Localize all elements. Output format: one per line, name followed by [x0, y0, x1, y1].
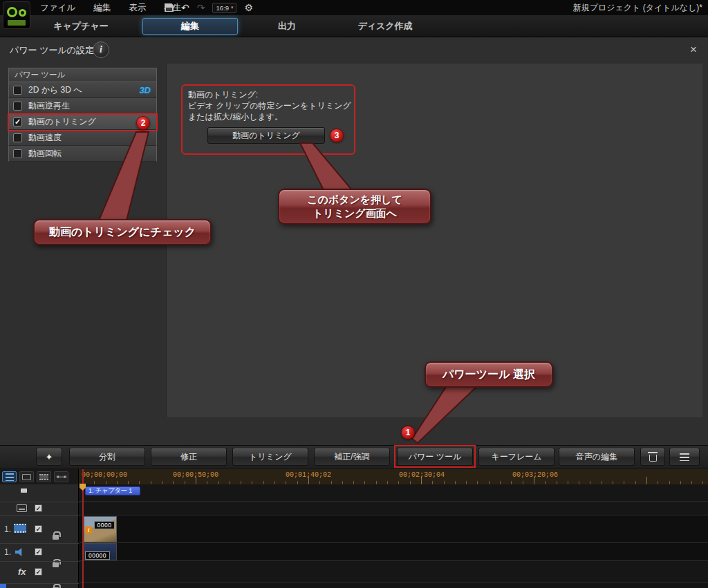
step-badge-2: 2 — [136, 116, 150, 130]
chapter-marker[interactable]: 1. チャプター 1 — [85, 486, 140, 495]
list-item-crop[interactable]: 動画のトリミング — [8, 114, 157, 130]
storyboard-view-icon[interactable] — [19, 471, 34, 482]
filmstrip-icon — [39, 474, 48, 480]
subtitle-track-icon — [17, 504, 27, 512]
crop-detail-annotation-box: 動画のトリミング: ビデオ クリップの特定シーンをトリミングまたは拡大/縮小しま… — [181, 84, 355, 155]
video-track-lock-icon[interactable] — [53, 535, 59, 540]
menu-edit[interactable]: 編集 — [93, 2, 111, 14]
audio-clip-label: 00000 — [85, 551, 110, 560]
logo-camera-body — [8, 20, 26, 26]
checkbox-reverse[interactable] — [13, 102, 22, 111]
power-tools-button[interactable]: パワー ツール — [397, 448, 473, 466]
callout-toolbar-text: パワーツール 選択 — [442, 368, 535, 382]
callout-button-text-1: このボタンを押して — [307, 193, 402, 207]
audio-edit-button[interactable]: 音声の編集 — [559, 448, 635, 466]
timestamp-1: 00;00;50;00 — [173, 471, 218, 479]
track-manager-button[interactable] — [669, 448, 700, 466]
close-icon[interactable]: × — [686, 42, 701, 57]
keyframe-button[interactable]: キーフレーム — [478, 448, 555, 466]
redo-icon[interactable]: ↷ — [197, 1, 205, 15]
list-item-2d-to-3d[interactable]: 2D から 3D へ 3D — [8, 82, 157, 98]
track-separator — [0, 502, 79, 502]
power-tools-list-header: パワー ツール — [8, 68, 157, 82]
add-clip-icon[interactable] — [37, 471, 51, 482]
timeline-view-icon[interactable] — [2, 471, 17, 482]
subtitle-track-row[interactable] — [79, 502, 708, 515]
list-item-label: 動画のトリミング — [28, 116, 96, 128]
expand-arrows-icon: ⇤⇥ — [57, 473, 66, 480]
aspect-ratio-selector[interactable]: 16:9▾ — [212, 3, 236, 13]
video-track-enable-checkbox[interactable] — [35, 525, 42, 533]
project-title: 新規プロジェクト (タイトルなし)* — [573, 0, 702, 15]
list-item-label: 動画速度 — [28, 132, 62, 144]
audio-track-number: 1. — [4, 547, 11, 557]
crop-detail-text: 動画のトリミング: ビデオ クリップの特定シーンをトリミングまたは拡大/縮小しま… — [188, 89, 351, 122]
fx-track-enable-checkbox[interactable] — [35, 568, 42, 576]
tab-produce[interactable]: 出力 — [249, 15, 325, 37]
app-logo — [3, 1, 30, 29]
video-clip[interactable]: i 0000 — [84, 516, 117, 542]
track-list-icon — [680, 453, 689, 461]
settings-gear-icon[interactable]: ⚙ — [244, 2, 253, 13]
fx-track-row[interactable] — [79, 561, 708, 583]
callout-button-text-2: トリミング画面へ — [313, 207, 397, 220]
scrollbar-fragment[interactable] — [0, 584, 6, 588]
checkbox-2d-to-3d[interactable] — [13, 86, 22, 95]
track-separator — [0, 543, 79, 544]
step-badge-1: 1 — [401, 426, 415, 439]
tab-capture[interactable]: キャプチャー — [43, 15, 119, 37]
audio-track-lock-icon[interactable] — [53, 562, 59, 567]
undo-icon[interactable]: ↶ — [181, 1, 189, 15]
callout-button-bubble: このボタンを押して トリミング画面へ — [278, 189, 431, 225]
logo-reel-small-icon — [19, 9, 26, 17]
logo-reel-icon — [7, 7, 17, 17]
track-separator — [0, 515, 79, 516]
timestamp-0: 00;00;00;00 — [82, 471, 127, 479]
list-item-reverse[interactable]: 動画逆再生 — [8, 98, 157, 114]
3d-badge-icon: 3D — [139, 85, 151, 95]
tab-create-disc[interactable]: ディスク作成 — [344, 15, 426, 37]
timestamp-2: 00;01;40;02 — [286, 471, 331, 479]
callout-toolbar-bubble: パワーツール 選択 — [425, 361, 553, 388]
step-badge-3: 3 — [330, 129, 344, 142]
audio-track-enable-checkbox[interactable] — [35, 548, 42, 556]
list-item-label: 動画逆再生 — [28, 100, 70, 112]
video-track-number: 1. — [4, 524, 11, 534]
quick-icons: ↶ ↷ 16:9▾ ⚙ — [165, 0, 253, 15]
checkbox-crop[interactable] — [13, 117, 22, 126]
magic-wand-icon: ✦ — [46, 452, 53, 462]
list-item-speed[interactable]: 動画速度 — [8, 130, 157, 146]
trim-button[interactable]: トリミング — [232, 448, 308, 466]
chevron-down-icon: ▾ — [231, 5, 234, 10]
marker-track-row[interactable] — [79, 484, 708, 502]
aspect-ratio-value: 16:9 — [216, 4, 229, 12]
audio-track-row[interactable] — [79, 543, 708, 561]
track-separator — [0, 561, 79, 562]
trash-icon — [649, 455, 657, 462]
save-icon[interactable] — [165, 3, 174, 12]
menu-view[interactable]: 表示 — [129, 2, 146, 14]
checkbox-speed[interactable] — [13, 133, 22, 142]
split-button[interactable]: 分割 — [69, 448, 145, 466]
checkbox-rotate[interactable] — [13, 149, 22, 158]
panel-title: パワー ツールの設定 — [10, 44, 94, 57]
timestamp-4: 00;03;20;06 — [512, 471, 558, 479]
menu-file[interactable]: ファイル — [40, 2, 75, 14]
crop-video-button[interactable]: 動画のトリミング — [207, 127, 325, 144]
fx-track-label: fx — [18, 567, 26, 577]
video-track-row[interactable] — [79, 515, 708, 543]
enhance-button[interactable]: 補正/強調 — [314, 448, 390, 466]
info-button[interactable]: i — [93, 41, 109, 58]
crop-detail-title: 動画のトリミング: — [188, 89, 351, 100]
magic-tool-button[interactable]: ✦ — [36, 448, 62, 466]
fix-button[interactable]: 修正 — [151, 448, 227, 466]
list-item-rotate[interactable]: 動画回転 — [8, 146, 157, 162]
subtitle-track-enable-checkbox[interactable] — [35, 504, 42, 512]
audio-clip[interactable]: 00000 — [84, 543, 117, 560]
tab-edit[interactable]: 編集 — [142, 18, 238, 35]
app-window: ファイル 編集 表示 再生 ↶ ↷ 16:9▾ ⚙ 新規プロジェクト (タイトル… — [0, 0, 708, 588]
fit-timeline-icon[interactable]: ⇤⇥ — [54, 471, 68, 482]
callout-check-bubble: 動画のトリミングにチェック — [33, 219, 212, 245]
timeline-bars-icon — [6, 473, 14, 481]
delete-button[interactable] — [640, 448, 665, 466]
